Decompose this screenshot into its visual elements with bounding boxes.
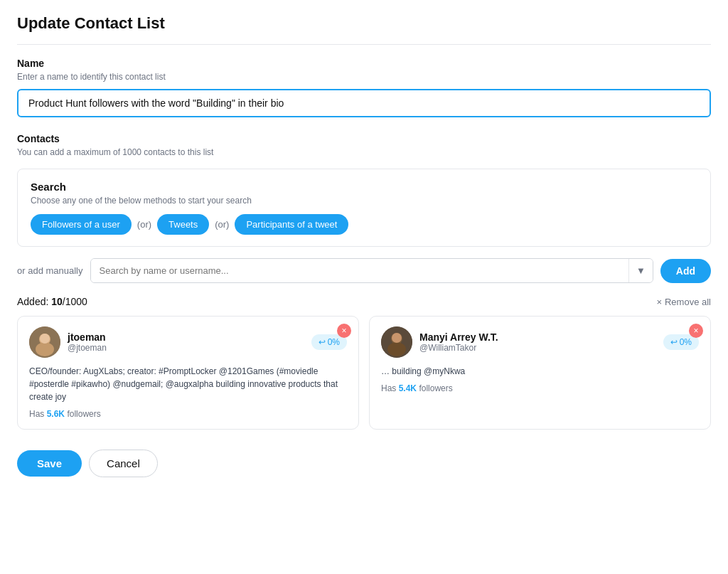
name-input[interactable] [17, 89, 711, 117]
card-user-info: Manyi Arrey W.T. @WilliamTakor [419, 331, 498, 353]
cards-grid: × jtoeman @jtoeman [17, 316, 711, 430]
search-box: Search Choose any one of the below metho… [17, 169, 711, 247]
contact-card: × Manyi Arrey W.T. @WilliamTakor [369, 316, 711, 430]
add-button[interactable]: Add [660, 259, 711, 283]
card-header: Manyi Arrey W.T. @WilliamTakor ↩ 0% [381, 326, 699, 358]
manual-search-dropdown-button[interactable]: ▼ [628, 259, 653, 282]
followers-count: 5.4K [399, 383, 417, 393]
name-section: Name Enter a name to identify this conta… [17, 58, 711, 117]
manual-add-label: or add manually [17, 265, 83, 276]
card-followers: Has 5.4K followers [381, 383, 699, 393]
remove-all-label: Remove all [665, 297, 711, 307]
manual-search-wrapper: ▼ [90, 258, 653, 283]
contacts-section: Contacts You can add a maximum of 1000 c… [17, 133, 711, 157]
or-text-2: (or) [215, 219, 229, 230]
added-count: Added: 10/1000 [17, 296, 87, 307]
avatar [29, 326, 60, 358]
card-handle: @WilliamTakor [419, 343, 498, 353]
footer-actions: Save Cancel [17, 447, 711, 477]
save-button[interactable]: Save [17, 450, 82, 477]
percent-value: 0% [680, 337, 692, 347]
card-name: jtoeman [68, 331, 107, 343]
retweet-icon: ↩ [670, 337, 678, 347]
percent-value: 0% [328, 337, 340, 347]
participants-of-tweet-button[interactable]: Participants of a tweet [235, 214, 348, 235]
card-user: Manyi Arrey W.T. @WilliamTakor [381, 326, 498, 358]
svg-point-6 [387, 342, 406, 356]
card-bio: CEO/founder: AugXLabs; creator: #PromptL… [29, 365, 347, 403]
contacts-hint: You can add a maximum of 1000 contacts t… [17, 147, 711, 157]
manual-search-input[interactable] [91, 259, 628, 282]
name-hint: Enter a name to identify this contact li… [17, 72, 711, 82]
svg-point-2 [36, 342, 54, 356]
card-bio: … building @myNkwa [381, 365, 699, 378]
card-followers: Has 5.6K followers [29, 409, 347, 419]
search-box-title: Search [31, 181, 697, 193]
manual-add-row: or add manually ▼ Add [17, 258, 711, 283]
contacts-label: Contacts [17, 133, 711, 144]
card-handle: @jtoeman [68, 343, 107, 353]
card-user-info: jtoeman @jtoeman [68, 331, 107, 353]
added-count-number: 10 [51, 296, 63, 307]
avatar [381, 326, 412, 358]
followers-count: 5.6K [47, 409, 65, 419]
search-methods: Followers of a user (or) Tweets (or) Par… [31, 214, 697, 235]
added-header: Added: 10/1000 × Remove all [17, 296, 711, 307]
added-max: 1000 [65, 296, 87, 307]
remove-all-x-icon: × [656, 297, 662, 307]
name-label: Name [17, 58, 711, 69]
or-text-1: (or) [137, 219, 151, 230]
svg-point-7 [392, 333, 402, 343]
remove-contact-button[interactable]: × [689, 324, 703, 338]
svg-point-3 [40, 334, 50, 344]
card-name: Manyi Arrey W.T. [419, 331, 498, 343]
card-user: jtoeman @jtoeman [29, 326, 107, 358]
remove-contact-button[interactable]: × [337, 324, 351, 338]
followers-of-user-button[interactable]: Followers of a user [31, 214, 132, 235]
contact-card: × jtoeman @jtoeman [17, 316, 359, 430]
tweets-button[interactable]: Tweets [157, 214, 209, 235]
retweet-icon: ↩ [318, 337, 326, 347]
search-box-hint: Choose any one of the below methods to s… [31, 196, 697, 206]
cancel-button[interactable]: Cancel [89, 450, 158, 477]
remove-all-button[interactable]: × Remove all [656, 297, 711, 307]
page-title: Update Contact List [17, 14, 711, 45]
card-header: jtoeman @jtoeman ↩ 0% [29, 326, 347, 358]
